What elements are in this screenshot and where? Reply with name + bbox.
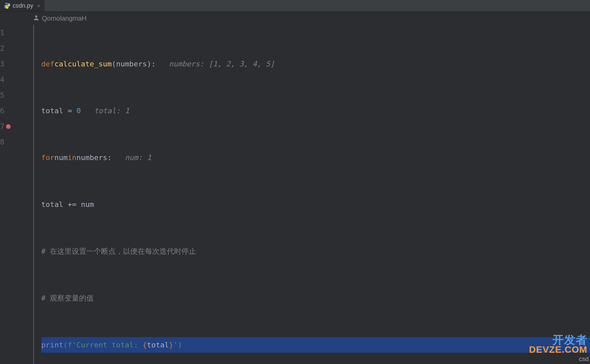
watermark: 开发者 DEVZE.COM: [529, 335, 587, 355]
file-tab-csdn[interactable]: csdn.py ×: [0, 0, 45, 11]
line-number[interactable]: 6: [0, 103, 23, 119]
svg-point-1: [8, 8, 8, 8]
line-number[interactable]: 2: [0, 41, 23, 56]
line-gutter[interactable]: 1 2 3 4 5 6 7 8: [0, 25, 33, 364]
breakpoint-icon[interactable]: [6, 124, 11, 129]
code-editor[interactable]: 1 2 3 4 5 6 7 8 def calculate_sum(number…: [0, 25, 590, 364]
status-text: csd: [579, 355, 589, 363]
editor-author-row: QomolangmaH: [0, 12, 590, 25]
code-content[interactable]: def calculate_sum(numbers): numbers: [1,…: [40, 25, 590, 364]
svg-point-2: [35, 15, 38, 18]
line-number[interactable]: 7: [0, 119, 23, 134]
author-name: QomolangmaH: [42, 15, 87, 22]
fold-column[interactable]: [33, 25, 40, 364]
editor-tab-bar: csdn.py ×: [0, 0, 590, 12]
svg-point-0: [6, 3, 6, 4]
user-icon: [33, 15, 39, 22]
file-tab-label: csdn.py: [13, 2, 33, 9]
line-number[interactable]: 1: [0, 25, 23, 41]
line-number[interactable]: 4: [0, 72, 23, 87]
line-number[interactable]: 8: [0, 134, 23, 150]
line-number[interactable]: 3: [0, 56, 23, 72]
python-file-icon: [4, 3, 10, 9]
close-icon[interactable]: ×: [37, 3, 40, 9]
line-number[interactable]: 5: [0, 87, 23, 103]
